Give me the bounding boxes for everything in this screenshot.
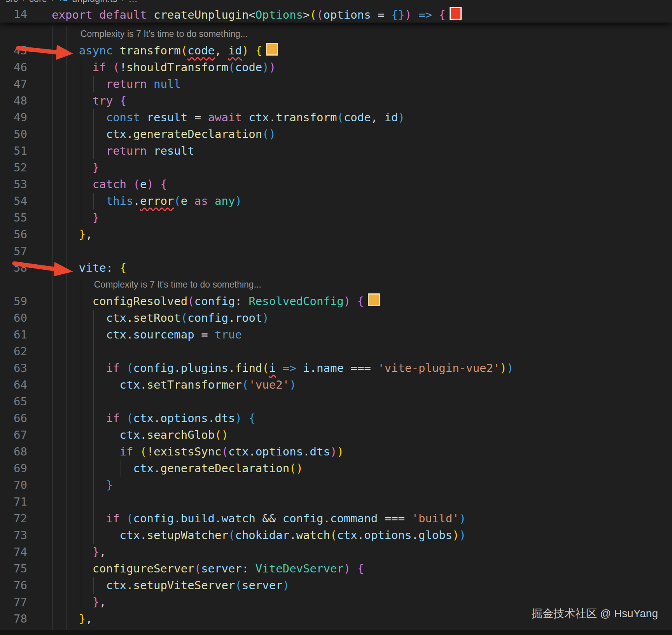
line-number[interactable]: 48 <box>0 92 27 109</box>
code-line-68[interactable]: 68 if (!existsSync(ctx.options.dts)) <box>0 443 672 460</box>
code-text[interactable]: ctx.setupWatcher(chokidar.watch(ctx.opti… <box>27 527 466 544</box>
code-line-62[interactable]: 62 <box>0 343 672 360</box>
breadcrumb-item-file[interactable]: unplugin.ts <box>72 0 117 4</box>
code-text[interactable]: ctx.sourcemap = true <box>27 326 242 343</box>
code-text[interactable]: if (config.build.watch && config.command… <box>27 510 466 527</box>
code-line-74[interactable]: 74 }, <box>0 544 672 560</box>
code-text[interactable]: ctx.generateDeclaration() <box>27 460 303 477</box>
code-text[interactable] <box>27 343 52 360</box>
line-number[interactable]: 56 <box>0 226 27 243</box>
code-text[interactable]: return null <box>27 76 181 92</box>
code-line-73[interactable]: 73 ctx.setupWatcher(chokidar.watch(ctx.o… <box>0 527 672 544</box>
code-text[interactable]: }, <box>27 611 93 627</box>
code-text[interactable]: async transform(code, id) { <box>27 42 278 59</box>
code-line-70[interactable]: 70 } <box>0 477 672 494</box>
code-line-46[interactable]: 46 if (!shouldTransform(code)) <box>0 59 672 76</box>
line-number[interactable]: 75 <box>0 560 27 577</box>
editor-code-area[interactable]: Complexity is 7 It's time to do somethin… <box>0 26 672 635</box>
line-number[interactable]: 57 <box>0 243 27 260</box>
code-text[interactable]: }, <box>27 226 93 243</box>
code-line-57[interactable]: 57 <box>0 243 672 260</box>
line-number[interactable]: 59 <box>0 293 27 310</box>
code-text[interactable]: configResolved(config: ResolvedConfig) { <box>27 293 380 310</box>
code-text[interactable]: } <box>27 159 99 176</box>
line-number[interactable]: 14 <box>0 7 27 21</box>
code-text[interactable]: if (ctx.options.dts) { <box>27 410 256 427</box>
code-line-66[interactable]: 66 if (ctx.options.dts) { <box>0 410 672 427</box>
code-line-72[interactable]: 72 if (config.build.watch && config.comm… <box>0 510 672 527</box>
code-text[interactable]: if (config.plugins.find(i => i.name === … <box>27 360 513 377</box>
code-text[interactable]: if (!shouldTransform(code)) <box>27 59 276 76</box>
code-line-58[interactable]: 58 vite: { <box>0 260 672 276</box>
line-number[interactable]: 65 <box>0 393 27 410</box>
code-line-63[interactable]: 63 if (config.plugins.find(i => i.name =… <box>0 360 672 377</box>
code-text[interactable]: configureServer(server: ViteDevServer) { <box>27 560 364 577</box>
breadcrumb[interactable]: src › core › TS unplugin.ts › … <box>0 0 672 5</box>
line-number[interactable]: 61 <box>0 326 27 343</box>
sticky-scroll-line-14[interactable]: 14 export default createUnplugin<Options… <box>0 5 672 23</box>
code-text[interactable] <box>27 243 52 260</box>
code-line-59[interactable]: 59 configResolved(config: ResolvedConfig… <box>0 293 672 310</box>
code-text[interactable]: return result <box>27 143 194 159</box>
code-text[interactable]: ctx.setRoot(config.root) <box>27 310 269 326</box>
code-text[interactable]: } <box>27 209 99 226</box>
line-number[interactable]: 50 <box>0 126 27 143</box>
code-line-48[interactable]: 48 try { <box>0 92 672 109</box>
code-line-60[interactable]: 60 ctx.setRoot(config.root) <box>0 310 672 326</box>
line-number[interactable]: 49 <box>0 109 27 126</box>
code-text[interactable]: this.error(e as any) <box>27 193 242 209</box>
line-number[interactable]: 47 <box>0 76 27 92</box>
line-number[interactable]: 63 <box>0 360 27 377</box>
line-number[interactable]: 45 <box>0 42 27 59</box>
code-line-45[interactable]: 45 async transform(code, id) { <box>0 42 672 59</box>
code-line-64[interactable]: 64 ctx.setTransformer('vue2') <box>0 377 672 393</box>
line-number[interactable]: 78 <box>0 611 27 627</box>
line-number[interactable]: 68 <box>0 443 27 460</box>
code-line-75[interactable]: 75 configureServer(server: ViteDevServer… <box>0 560 672 577</box>
code-line-54[interactable]: 54 this.error(e as any) <box>0 193 672 209</box>
code-text[interactable]: catch (e) { <box>27 176 167 193</box>
line-number[interactable]: 54 <box>0 193 27 209</box>
code-line-76[interactable]: 76 ctx.setupViteServer(server) <box>0 577 672 594</box>
line-number[interactable]: 69 <box>0 460 27 477</box>
code-line-49[interactable]: 49 const result = await ctx.transform(co… <box>0 109 672 126</box>
code-line-50[interactable]: 50 ctx.generateDeclaration() <box>0 126 672 143</box>
codelens-row[interactable]: Complexity is 7 It's time to do somethin… <box>0 26 672 42</box>
line-number[interactable]: 55 <box>0 209 27 226</box>
code-line-51[interactable]: 51 return result <box>0 143 672 159</box>
line-number[interactable]: 66 <box>0 410 27 427</box>
line-number[interactable]: 62 <box>0 343 27 360</box>
code-text[interactable]: try { <box>27 92 126 109</box>
breadcrumb-item-src[interactable]: src <box>5 0 18 4</box>
code-text[interactable] <box>27 494 52 510</box>
code-text[interactable]: ctx.setupViteServer(server) <box>27 577 289 594</box>
line-number[interactable] <box>0 26 27 42</box>
code-line-55[interactable]: 55 } <box>0 209 672 226</box>
code-line-61[interactable]: 61 ctx.sourcemap = true <box>0 326 672 343</box>
line-number[interactable]: 58 <box>0 260 27 276</box>
code-line-56[interactable]: 56 }, <box>0 226 672 243</box>
code-line-52[interactable]: 52 } <box>0 159 672 176</box>
code-text[interactable]: vite: { <box>27 260 126 276</box>
codelens-row[interactable]: Complexity is 7 It's time to do somethin… <box>0 276 672 293</box>
code-text[interactable]: }, <box>27 544 106 560</box>
line-number[interactable]: 64 <box>0 377 27 393</box>
line-number[interactable]: 70 <box>0 477 27 494</box>
line-number[interactable]: 76 <box>0 577 27 594</box>
line-number[interactable]: 74 <box>0 544 27 560</box>
line-number[interactable]: 73 <box>0 527 27 544</box>
sticky-code-text[interactable]: export default createUnplugin<Options>((… <box>27 7 462 21</box>
code-line-65[interactable]: 65 <box>0 393 672 410</box>
line-number[interactable]: 52 <box>0 159 27 176</box>
line-number[interactable]: 53 <box>0 176 27 193</box>
code-text[interactable]: ctx.setTransformer('vue2') <box>27 377 296 393</box>
line-number[interactable]: 46 <box>0 59 27 76</box>
line-number[interactable]: 67 <box>0 427 27 443</box>
code-text[interactable]: ctx.searchGlob() <box>27 427 228 443</box>
code-line-53[interactable]: 53 catch (e) { <box>0 176 672 193</box>
code-text[interactable]: } <box>27 477 113 494</box>
codelens-complexity-link[interactable]: Complexity is 7 It's time to do somethin… <box>27 276 261 293</box>
codelens-complexity-link[interactable]: Complexity is 7 It's time to do somethin… <box>27 26 248 42</box>
breadcrumb-item-core[interactable]: core <box>29 0 47 4</box>
code-text[interactable]: }, <box>27 594 106 611</box>
